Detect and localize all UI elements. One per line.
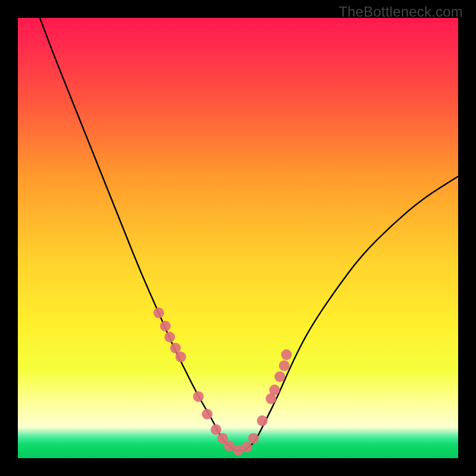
chart-frame: TheBottleneck.com bbox=[0, 0, 476, 476]
dot bbox=[279, 361, 290, 371]
dot bbox=[160, 321, 171, 331]
attribution-label: TheBottleneck.com bbox=[339, 4, 463, 20]
dot bbox=[248, 433, 259, 444]
dot bbox=[257, 415, 268, 426]
dot bbox=[176, 352, 186, 362]
dot bbox=[202, 409, 212, 419]
highlight-dots bbox=[154, 308, 292, 456]
curve-svg bbox=[18, 18, 458, 458]
dot bbox=[274, 371, 285, 382]
plot-area bbox=[18, 18, 458, 458]
dot bbox=[154, 308, 164, 318]
dot bbox=[211, 424, 221, 435]
dot bbox=[193, 391, 203, 402]
dot bbox=[164, 332, 175, 343]
dot bbox=[269, 384, 280, 395]
bottleneck-curve bbox=[40, 18, 458, 451]
dot bbox=[242, 442, 252, 453]
dot bbox=[281, 349, 292, 360]
